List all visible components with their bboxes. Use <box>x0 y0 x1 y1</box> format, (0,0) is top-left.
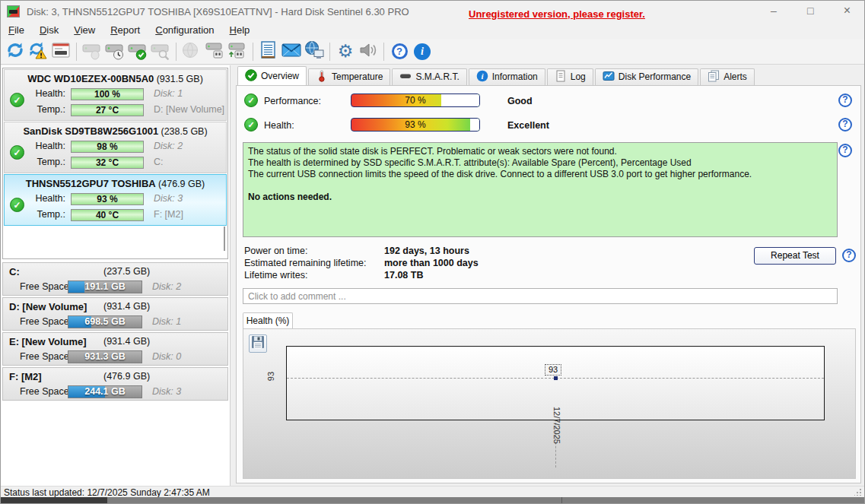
free-space-label: Free Space <box>20 316 69 327</box>
disk-list-scrollbar[interactable] <box>224 227 225 251</box>
tab-alerts[interactable]: Alerts <box>700 68 755 85</box>
report-icon[interactable] <box>49 40 72 63</box>
disk-model: THNSN5512GPU7 TOSHIBA <box>26 178 156 189</box>
minimize-button[interactable]: – <box>756 1 790 22</box>
partition-item-c[interactable]: C: (237.5 GB) Free Space 191.1 GB Disk: … <box>2 262 228 296</box>
performance-help-icon[interactable]: ? <box>838 94 852 107</box>
disk-health-bar: 93 % <box>71 193 144 205</box>
disk-size: (238.5 GB) <box>161 126 207 137</box>
tab-information[interactable]: iInformation <box>469 68 545 85</box>
maximize-button[interactable]: □ <box>793 1 828 22</box>
disk-clock-icon[interactable] <box>103 40 126 63</box>
help-icon[interactable]: ? <box>388 40 411 63</box>
disk-volume: F: [M2] <box>154 209 183 220</box>
toolbar-separator <box>383 43 384 61</box>
health-chart-tab[interactable]: Health (%) <box>243 312 293 329</box>
free-space-label: Free Space <box>20 351 69 362</box>
status-help-icon[interactable]: ? <box>838 144 852 157</box>
chart-data-point[interactable] <box>554 376 558 380</box>
tab-label: Overview <box>261 71 299 81</box>
disk-item-2[interactable]: SanDisk SD9TB8W256G1001 (238.5 GB) ✓ Hea… <box>4 122 227 173</box>
menu-report[interactable]: Report <box>103 22 148 38</box>
tab-label: Disk Performance <box>619 71 691 82</box>
menu-help[interactable]: Help <box>222 22 258 38</box>
performance-bar-value: 70 % <box>351 94 479 106</box>
resize-grip[interactable] <box>854 488 862 496</box>
notes-icon[interactable] <box>257 40 280 63</box>
status-line: No actions needed. <box>248 192 832 203</box>
disk-item-3[interactable]: THNSN5512GPU7 TOSHIBA (476.9 GB) ✓ Healt… <box>4 174 227 226</box>
status-bar-text: Status last updated: 12/7/2025 Sunday 2:… <box>4 487 210 498</box>
partition-name: C: <box>9 266 20 277</box>
disk-check-icon[interactable] <box>126 40 149 63</box>
power-on-label: Power on time: <box>244 246 307 256</box>
status-line: The status of the solid state disk is PE… <box>248 146 832 157</box>
info-icon[interactable]: i <box>411 40 434 63</box>
close-button[interactable]: × <box>830 1 864 22</box>
disk-item-1[interactable]: WDC WD10EZEX-00BN5A0 (931.5 GB) ✓ Health… <box>4 69 227 121</box>
partition-size: (476.9 GB) <box>103 371 150 382</box>
refresh-icon[interactable] <box>4 40 27 63</box>
chart-y-tick: 93 <box>266 372 275 381</box>
performance-ok-icon: ✓ <box>244 94 258 107</box>
remaining-label: Estimated remaining lifetime: <box>244 258 366 268</box>
disk-volume: C: <box>154 157 164 167</box>
partition-size: (931.4 GB) <box>103 336 150 347</box>
menu-view[interactable]: View <box>66 22 103 38</box>
free-space-label: Free Space <box>20 386 69 397</box>
repeat-test-help-icon[interactable]: ? <box>842 249 856 262</box>
partition-item-f[interactable]: F: [M2] (476.9 GB) Free Space 244.1 GB D… <box>2 367 228 401</box>
disk-title: THNSN5512GPU7 TOSHIBA (476.9 GB) <box>5 178 226 189</box>
network-icon[interactable] <box>303 40 326 63</box>
right-panel: OverviewTemperatureS.M.A.R.T.iInformatio… <box>231 65 864 486</box>
floppy-icon <box>251 335 265 349</box>
tab-temperature[interactable]: Temperature <box>308 68 390 85</box>
disk-number: Disk: 2 <box>154 141 183 151</box>
menu-disk[interactable]: Disk <box>32 22 66 38</box>
tab-label: Temperature <box>332 71 383 82</box>
tab-log[interactable]: Log <box>547 68 593 85</box>
health-help-icon[interactable]: ? <box>838 118 852 132</box>
status-bar: Status last updated: 12/7/2025 Sunday 2:… <box>1 486 864 497</box>
repeat-test-button[interactable]: Repeat Test <box>754 247 836 265</box>
mail-icon[interactable] <box>280 40 303 63</box>
sound-icon[interactable] <box>357 40 380 63</box>
partition-item-d[interactable]: D: [New Volume] (931.4 GB) Free Space 69… <box>2 297 228 331</box>
save-chart-button[interactable] <box>249 334 267 353</box>
menu-configuration[interactable]: Configuration <box>148 22 221 38</box>
window-title: Disk: 3, THNSN5512GPU7 TOSHIBA [X69S10EA… <box>27 6 409 17</box>
tab-disk-performance[interactable]: Disk Performance <box>595 68 698 85</box>
partition-disk-number: Disk: 0 <box>152 351 181 362</box>
comment-input[interactable] <box>243 288 838 304</box>
disk-number: Disk: 1 <box>154 88 183 99</box>
disk-number: Disk: 3 <box>154 193 183 204</box>
free-space-value: 191.1 GB <box>68 281 142 293</box>
partition-item-e[interactable]: E: [New Volume] (931.4 GB) Free Space 93… <box>2 332 228 366</box>
partition-disk-number: Disk: 3 <box>152 386 181 397</box>
refresh-warning-icon[interactable] <box>27 40 49 63</box>
partition-disk-number: Disk: 2 <box>152 281 181 292</box>
tab-label: Information <box>492 71 538 82</box>
toolbar-separator <box>253 43 253 61</box>
disk-connect-icon[interactable] <box>203 40 226 63</box>
menu-file[interactable]: File <box>1 22 32 38</box>
health-label: Health: <box>264 120 294 131</box>
partition-size: (237.5 GB) <box>103 266 150 277</box>
disk-health-bar: 98 % <box>71 141 144 153</box>
tab-bar: OverviewTemperatureS.M.A.R.T.iInformatio… <box>237 66 861 85</box>
tab-s-m-a-r-t-[interactable]: S.M.A.R.T. <box>392 68 466 85</box>
taskbar-strip <box>1 497 864 503</box>
disk-search-icon <box>149 40 172 63</box>
register-link[interactable]: Unregistered version, please register. <box>469 8 645 20</box>
power-on-value: 192 days, 13 hours <box>384 246 469 256</box>
tab-label: Alerts <box>723 71 747 82</box>
free-space-bar: 244.1 GB <box>68 385 142 398</box>
disk-eject-icon[interactable] <box>226 40 249 63</box>
status-line: The health is determined by SSD specific… <box>248 157 832 169</box>
health-ok-icon: ✓ <box>244 118 258 132</box>
disk-temp-bar: 32 °C <box>71 157 144 169</box>
writes-label: Lifetime writes: <box>244 270 307 281</box>
chart-point-label: 93 <box>545 364 561 376</box>
tab-overview[interactable]: Overview <box>237 66 307 85</box>
settings-gear-icon[interactable]: ⚙ <box>334 40 357 63</box>
